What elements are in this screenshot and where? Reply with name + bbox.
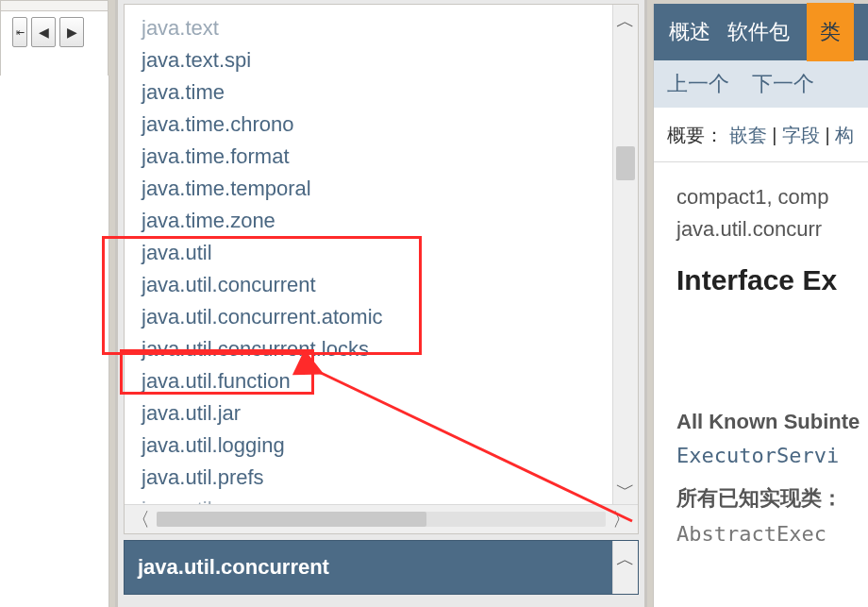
forward-button[interactable]: ▶ bbox=[59, 17, 84, 47]
vertical-scrollbar[interactable]: ︿ ﹀ bbox=[612, 5, 638, 505]
implementing-classes-header: 所有已知实现类： bbox=[676, 484, 868, 513]
summary-label: 概要： bbox=[667, 125, 724, 145]
summary-nested[interactable]: 嵌套 bbox=[729, 125, 767, 145]
scroll-down-icon[interactable]: ﹀ bbox=[613, 473, 638, 505]
detail-scroll-up-icon[interactable]: ︿ bbox=[612, 541, 638, 594]
back-button[interactable]: ◀ bbox=[31, 17, 56, 47]
package-link[interactable]: java.time.chrono bbox=[142, 109, 613, 141]
nav-next[interactable]: 下一个 bbox=[752, 70, 814, 98]
package-link[interactable]: java.util.logging bbox=[142, 430, 613, 462]
package-frame: java.textjava.text.spijava.timejava.time… bbox=[115, 0, 647, 607]
interface-title: Interface Ex bbox=[676, 264, 868, 296]
package-list: java.textjava.text.spijava.timejava.time… bbox=[125, 5, 613, 505]
package-link[interactable]: java.util bbox=[142, 237, 613, 269]
package-link[interactable]: java.time.zone bbox=[142, 205, 613, 237]
doc-tabs: 概述 软件包 类 bbox=[654, 4, 868, 60]
scroll-right-icon[interactable]: 〉 bbox=[606, 507, 638, 532]
tab-class[interactable]: 类 bbox=[807, 3, 854, 61]
subinterface-link[interactable]: ExecutorServi bbox=[676, 444, 868, 467]
package-link[interactable]: java.util.prefs bbox=[142, 462, 613, 494]
nav-prev[interactable]: 上一个 bbox=[667, 70, 729, 98]
package-link[interactable]: java.text bbox=[142, 12, 613, 44]
doc-subnav: 上一个 下一个 bbox=[654, 60, 868, 108]
selected-package-label: java.util.concurrent bbox=[125, 555, 329, 580]
profiles-line: compact1, comp bbox=[676, 185, 868, 210]
collapse-button[interactable]: ⇤ bbox=[12, 17, 27, 47]
package-link[interactable]: java.time.format bbox=[142, 141, 613, 173]
package-link[interactable]: java.time bbox=[142, 76, 613, 109]
horizontal-scroll-thumb[interactable] bbox=[157, 512, 426, 527]
package-link[interactable]: java.time.temporal bbox=[142, 173, 613, 205]
summary-field[interactable]: 字段 bbox=[782, 125, 820, 145]
summary-rest[interactable]: 构 bbox=[835, 125, 854, 145]
package-link[interactable]: java.util.concurrent.atomic bbox=[142, 301, 613, 333]
package-link[interactable]: java.text.spi bbox=[142, 44, 613, 76]
horizontal-scrollbar[interactable]: 〈 〉 bbox=[125, 504, 638, 533]
help-toolbar: ⇤ ◀ ▶ bbox=[0, 0, 108, 76]
toolbar-inner: ⇤ ◀ ▶ bbox=[1, 10, 108, 77]
package-list-container: java.textjava.text.spijava.timejava.time… bbox=[124, 4, 639, 534]
implementing-class-link[interactable]: AbstractExec bbox=[676, 522, 868, 546]
tab-overview[interactable]: 概述 bbox=[669, 18, 710, 46]
doc-pane: 概述 软件包 类 上一个 下一个 概要： 嵌套 | 字段 | 构 compact… bbox=[653, 4, 868, 607]
selected-package-header: java.util.concurrent ︿ bbox=[124, 540, 639, 595]
scroll-left-icon[interactable]: 〈 bbox=[125, 507, 157, 532]
tab-package[interactable]: 软件包 bbox=[727, 18, 790, 46]
horizontal-scroll-track[interactable] bbox=[157, 512, 606, 527]
package-link[interactable]: java.util.jar bbox=[142, 397, 613, 430]
package-link[interactable]: java.util.concurrent bbox=[142, 269, 613, 301]
vertical-scroll-thumb[interactable] bbox=[616, 146, 635, 180]
scroll-up-icon[interactable]: ︿ bbox=[613, 5, 638, 37]
subinterfaces-header: All Known Subinte bbox=[676, 410, 868, 434]
summary-line: 概要： 嵌套 | 字段 | 构 bbox=[654, 108, 868, 162]
doc-package-line: java.util.concurr bbox=[676, 217, 868, 242]
doc-body: compact1, comp java.util.concurr Interfa… bbox=[654, 162, 868, 546]
package-link[interactable]: java.util.concurrent.locks bbox=[142, 333, 613, 365]
left-column bbox=[0, 76, 109, 607]
package-link[interactable]: java.util.function bbox=[142, 365, 613, 397]
